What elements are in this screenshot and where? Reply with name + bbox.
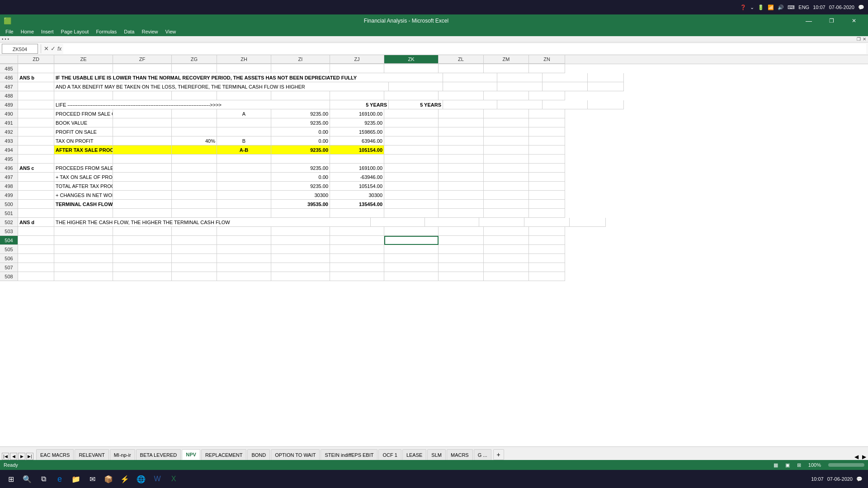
- prev-sheet-btn[interactable]: ◀: [10, 453, 17, 460]
- last-sheet-btn[interactable]: ▶|: [26, 453, 33, 460]
- view-layout-btn[interactable]: ▣: [785, 462, 790, 468]
- sheet-tab-ocf[interactable]: OCF 1: [378, 449, 401, 460]
- fx-icon[interactable]: fx: [57, 46, 61, 52]
- sultra-button[interactable]: ⚡: [118, 472, 132, 486]
- zoom-slider[interactable]: [828, 463, 864, 467]
- table-row: 496 ANS c PROCEEDS FROM SALE OF PORPOSED…: [0, 164, 868, 173]
- folder-button[interactable]: 📁: [69, 472, 83, 486]
- confirm-icon[interactable]: ✓: [51, 45, 56, 52]
- sheet-tab-bond[interactable]: BOND: [247, 449, 270, 460]
- notification-icon[interactable]: 💬: [856, 476, 863, 482]
- restore-btn[interactable]: ❐: [857, 37, 861, 42]
- table-row: 494 AFTER TAX SALE PROCEEDS A-B 9235.00 …: [0, 145, 868, 155]
- ribbon-tab-review[interactable]: Review: [138, 28, 161, 35]
- sheet-tab-relevant[interactable]: RELEVANT: [75, 449, 108, 460]
- maximize-button[interactable]: ❐: [821, 14, 842, 27]
- col-header-zh[interactable]: ZH: [217, 55, 271, 64]
- table-row: 492 PROFIT ON SALE 0.00 159865.00: [0, 127, 868, 136]
- word-button[interactable]: W: [150, 472, 165, 486]
- ribbon-tab-layout[interactable]: Page Layout: [57, 28, 93, 35]
- formula-input[interactable]: [63, 44, 866, 54]
- view-normal-btn[interactable]: ▦: [774, 462, 778, 468]
- sheet-tab-lease[interactable]: LEASE: [402, 449, 426, 460]
- sheet-tab-g[interactable]: G ...: [474, 449, 491, 460]
- sheet-tab-macrs[interactable]: MACRS: [447, 449, 473, 460]
- add-sheet-btn[interactable]: +: [493, 449, 504, 460]
- sheet-tab-replacement[interactable]: REPLACEMENT: [201, 449, 247, 460]
- taskbar-time: 10:07: [811, 476, 824, 482]
- title-text: Financial Analysis - Microsoft Excel: [14, 18, 798, 24]
- table-row: 504: [0, 236, 868, 245]
- col-header-zi[interactable]: ZI: [271, 55, 330, 64]
- sheet-tab-npv[interactable]: NPV: [182, 449, 200, 460]
- ribbon-tab-formulas[interactable]: Formulas: [92, 28, 120, 35]
- ribbon: File Home Insert Page Layout Formulas Da…: [0, 27, 868, 36]
- col-header-zl[interactable]: ZL: [439, 55, 484, 64]
- sheet-tab-stein[interactable]: STEIN indiffEPS EBIT: [321, 449, 377, 460]
- sysbar-battery: 🔋: [758, 5, 764, 10]
- excel-taskbar-button[interactable]: X: [166, 472, 181, 486]
- close-ribbon-btn[interactable]: ✕: [863, 37, 866, 42]
- col-headers-row: ZD ZE ZF ZG ZH ZI ZJ ZK ZL ZM ZN: [0, 55, 868, 64]
- next-sheet-btn[interactable]: ▶: [18, 453, 25, 460]
- taskview-button[interactable]: ⧉: [36, 472, 51, 486]
- col-header-zf[interactable]: ZF: [113, 55, 172, 64]
- ribbon-tab-file[interactable]: File: [2, 28, 17, 35]
- sysbar-wifi: 📶: [768, 5, 774, 10]
- sheet-tabs: |◀ ◀ ▶ ▶| EAC MACRS RELEVANT MI-np-ir BE…: [0, 446, 868, 460]
- view-page-btn[interactable]: ⊞: [797, 462, 801, 468]
- col-header-zj[interactable]: ZJ: [330, 55, 384, 64]
- sysbar-notification: 💬: [858, 5, 864, 10]
- col-header-ze[interactable]: ZE: [54, 55, 113, 64]
- edge-button[interactable]: e: [52, 472, 67, 486]
- toolbar-dots: • • •: [2, 37, 9, 42]
- excel-icon: 🟩: [4, 17, 11, 24]
- title-bar: 🟩 Financial Analysis - Microsoft Excel —…: [0, 14, 868, 27]
- sysbar-volume: 🔊: [778, 5, 784, 10]
- ribbon-tab-home[interactable]: Home: [17, 28, 38, 35]
- sheet-tab-slm[interactable]: SLM: [427, 449, 446, 460]
- scroll-left-btn[interactable]: ◀: [854, 454, 859, 460]
- table-row: 506: [0, 254, 868, 263]
- col-header-zn[interactable]: ZN: [529, 55, 565, 64]
- cancel-icon[interactable]: ✕: [44, 45, 49, 52]
- col-header-zk[interactable]: ZK: [384, 55, 439, 64]
- first-sheet-btn[interactable]: |◀: [2, 453, 9, 460]
- name-box[interactable]: ZK504: [2, 44, 38, 54]
- table-row: 508: [0, 272, 868, 281]
- minimize-button[interactable]: —: [798, 14, 819, 27]
- ribbon-tab-data[interactable]: Data: [120, 28, 138, 35]
- close-button[interactable]: ✕: [844, 14, 864, 27]
- sheet-tab-mi[interactable]: MI-np-ir: [110, 449, 135, 460]
- sheet-tab-nav[interactable]: |◀ ◀ ▶ ▶|: [2, 453, 33, 460]
- mail-button[interactable]: ✉: [85, 472, 99, 486]
- sysbar-expand: ⌄: [750, 5, 754, 10]
- row-num-header: [0, 55, 18, 64]
- sysbar-help: ❓: [740, 5, 746, 10]
- rows-container: 485 486 ANS b IF THE USABLE LIFE IS LOWE…: [0, 64, 868, 446]
- taskbar-date: 07-06-2020: [827, 476, 853, 482]
- col-header-zm[interactable]: ZM: [484, 55, 529, 64]
- status-bar: Ready ▦ ▣ ⊞ 100%: [0, 460, 868, 470]
- sheet-tab-eac[interactable]: EAC MACRS: [36, 449, 74, 460]
- search-button[interactable]: 🔍: [20, 472, 34, 486]
- sheet-tab-beta[interactable]: BETA LEVERED: [136, 449, 181, 460]
- ribbon-tab-view[interactable]: View: [162, 28, 180, 35]
- selected-cell[interactable]: [384, 236, 439, 245]
- start-button[interactable]: ⊞: [4, 472, 18, 486]
- table-row: 490 PROCEED FROM SALE OF OLD ASSET A 923…: [0, 109, 868, 118]
- sheet-tab-option-to-wait[interactable]: OPTION TO WAIT: [271, 449, 320, 460]
- taskbar: ⊞ 🔍 ⧉ e 📁 ✉ 📦 ⚡ 🌐 W X 10:07 07-06-2020 💬: [0, 470, 868, 488]
- ribbon-tab-insert[interactable]: Insert: [38, 28, 57, 35]
- chrome-button[interactable]: 🌐: [134, 472, 148, 486]
- table-row: 495: [0, 155, 868, 164]
- table-row: 488: [0, 91, 868, 100]
- col-header-zg[interactable]: ZG: [172, 55, 217, 64]
- col-header-zd[interactable]: ZD: [18, 55, 54, 64]
- table-row: 507: [0, 263, 868, 272]
- scroll-right-btn[interactable]: ▶: [862, 454, 866, 460]
- table-row: 498 TOTAL AFTER TAX PROCEEDS - NEW 9235.…: [0, 182, 868, 191]
- ribbon-toolbar: • • • ❐ ✕: [0, 36, 868, 42]
- dropbox-button[interactable]: 📦: [101, 472, 116, 486]
- sysbar: ❓ ⌄ 🔋 📶 🔊 ⌨ ENG 10:07 07-06-2020 💬: [0, 0, 868, 14]
